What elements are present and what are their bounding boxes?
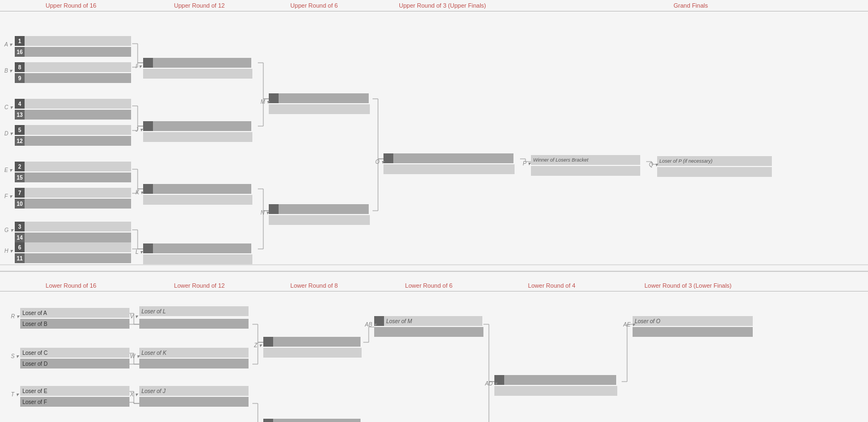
- match-c-label: C ▾: [4, 104, 13, 110]
- match-ab-bottom[interactable]: [374, 327, 483, 337]
- match-o-label: O ▾: [375, 159, 384, 165]
- match-ab-top-name: Loser of M: [384, 316, 482, 326]
- match-ad-top[interactable]: [494, 375, 617, 385]
- match-x-top[interactable]: Loser of J: [139, 386, 249, 396]
- match-p-bottom[interactable]: [531, 166, 640, 176]
- match-o-bottom[interactable]: [383, 164, 515, 174]
- match-o-top-seed: [383, 153, 393, 163]
- match-c-top[interactable]: 4: [15, 99, 132, 109]
- match-n-top[interactable]: [269, 204, 370, 214]
- match-b-top[interactable]: 8: [15, 62, 132, 72]
- match-k-top-seed: [143, 184, 153, 194]
- match-r-bottom-name: Loser of B: [20, 319, 129, 329]
- match-ae-bottom[interactable]: [633, 327, 753, 337]
- match-z-bottom[interactable]: [263, 348, 362, 358]
- match-x-bottom[interactable]: [139, 397, 249, 407]
- match-z-top[interactable]: [263, 337, 362, 347]
- team-f-bottom-name: [25, 199, 131, 209]
- match-v-bottom[interactable]: [139, 319, 249, 329]
- match-r-top[interactable]: Loser of A: [20, 308, 129, 318]
- match-o-top-name: [393, 153, 513, 163]
- match-v-label: V ▾: [130, 313, 138, 319]
- seed-10: 10: [15, 199, 25, 209]
- match-g-label: G ▾: [4, 227, 13, 233]
- match-w-top[interactable]: Loser of K: [139, 348, 249, 358]
- match-n-top-name: [279, 204, 369, 214]
- match-l-bottom-name: [143, 254, 252, 264]
- match-a-top[interactable]: 1: [15, 36, 132, 46]
- upper-col-header-3: Upper Round of 6: [257, 0, 371, 11]
- match-i-label: I ▾: [135, 63, 141, 69]
- match-d-top[interactable]: 5: [15, 125, 132, 135]
- match-ab-top[interactable]: Loser of M: [374, 316, 483, 326]
- match-k-bottom[interactable]: [143, 195, 252, 205]
- match-ae-bottom-name: [633, 327, 753, 337]
- seed-12: 12: [15, 136, 25, 146]
- match-k-top[interactable]: [143, 184, 252, 194]
- match-t-bottom[interactable]: Loser of F: [20, 397, 129, 407]
- match-r-label: R ▾: [11, 313, 19, 319]
- seed-6: 6: [15, 242, 25, 252]
- match-l-bottom[interactable]: [143, 254, 252, 264]
- match-m-top[interactable]: [269, 93, 370, 103]
- match-q-bottom-name: [657, 167, 772, 177]
- match-ad-bottom-name: [494, 386, 617, 396]
- match-h-top[interactable]: 6: [15, 242, 132, 252]
- match-g-top[interactable]: 3: [15, 222, 132, 231]
- match-b-bottom[interactable]: 9: [15, 73, 132, 83]
- match-q-top[interactable]: Loser of P (if necessary): [657, 156, 772, 166]
- match-j-top[interactable]: [143, 121, 252, 131]
- match-c-bottom[interactable]: 13: [15, 110, 132, 120]
- match-l-top[interactable]: [143, 243, 252, 253]
- seed-3: 3: [15, 222, 25, 231]
- match-p-top[interactable]: Winner of Losers Bracket: [531, 155, 640, 165]
- match-j-top-name: [153, 121, 251, 131]
- seed-13: 13: [15, 110, 25, 120]
- seed-5: 5: [15, 125, 25, 135]
- match-n-bottom-name: [269, 215, 370, 225]
- match-a-bottom[interactable]: 16: [15, 47, 132, 57]
- team-a-bottom-name: [25, 47, 131, 57]
- seed-16: 16: [15, 47, 25, 57]
- match-q-bottom[interactable]: [657, 167, 772, 177]
- match-v-top[interactable]: Loser of L: [139, 306, 249, 316]
- team-b-bottom-name: [25, 73, 131, 83]
- match-s-top[interactable]: Loser of C: [20, 348, 129, 358]
- match-w-bottom[interactable]: [139, 359, 249, 368]
- match-n-bottom[interactable]: [269, 215, 370, 225]
- lower-col-header-1: Lower Round of 16: [0, 280, 142, 291]
- match-x-bottom-name: [139, 397, 249, 407]
- match-aa-top[interactable]: [263, 419, 362, 422]
- match-e-top[interactable]: 2: [15, 162, 132, 171]
- match-i-top[interactable]: [143, 58, 252, 68]
- match-r-bottom[interactable]: Loser of B: [20, 319, 129, 329]
- seed-2: 2: [15, 162, 25, 171]
- match-m-bottom[interactable]: [269, 104, 370, 114]
- match-w-bottom-name: [139, 359, 249, 368]
- lower-col-header-3: Lower Round of 8: [257, 280, 371, 291]
- match-x-top-name: Loser of J: [139, 386, 249, 396]
- seed-1: 1: [15, 36, 25, 46]
- match-ae-top[interactable]: Loser of O: [633, 316, 753, 326]
- match-e-bottom[interactable]: 15: [15, 173, 132, 182]
- match-f-bottom[interactable]: 10: [15, 199, 132, 209]
- match-ad-bottom[interactable]: [494, 386, 617, 396]
- match-p-label: P ▾: [523, 161, 530, 167]
- team-b-top-name: [25, 62, 131, 72]
- match-h-bottom[interactable]: 11: [15, 253, 132, 263]
- match-s-label: S ▾: [11, 353, 19, 359]
- match-o-top[interactable]: [383, 153, 515, 163]
- match-f-top[interactable]: 7: [15, 188, 132, 198]
- match-s-bottom[interactable]: Loser of D: [20, 359, 129, 368]
- match-l-label: L ▾: [135, 249, 143, 255]
- match-d-bottom[interactable]: 12: [15, 136, 132, 146]
- match-w-label: W ▾: [130, 353, 139, 359]
- upper-bracket: 1 16 A ▾ 8 9 B ▾ 4 13 C ▾ 5: [0, 14, 868, 265]
- match-i-bottom[interactable]: [143, 69, 252, 79]
- match-g-bottom[interactable]: 14: [15, 233, 132, 242]
- match-j-bottom[interactable]: [143, 132, 252, 142]
- match-n-label: N ▾: [261, 210, 269, 216]
- match-t-top[interactable]: Loser of E: [20, 386, 129, 396]
- match-j-label: J ▾: [135, 127, 143, 133]
- match-t-label: T ▾: [11, 391, 19, 397]
